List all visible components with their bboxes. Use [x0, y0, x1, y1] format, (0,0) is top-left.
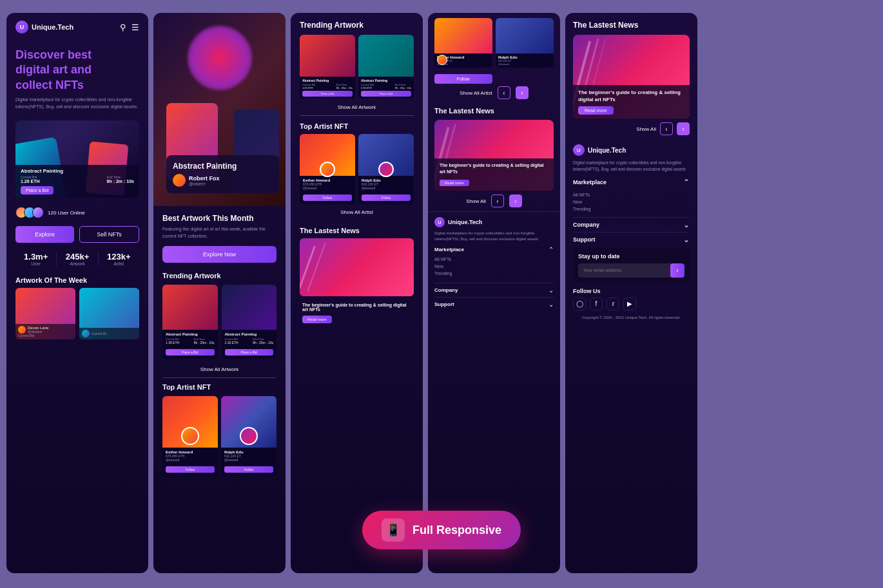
- email-input-row: ›: [578, 263, 684, 278]
- follow-button-2[interactable]: Follow: [224, 466, 273, 473]
- p4-logo-icon: U: [434, 217, 445, 227]
- email-submit-btn[interactable]: ›: [670, 263, 684, 278]
- facebook-icon[interactable]: f: [590, 298, 603, 310]
- p5-link-new[interactable]: New: [573, 198, 690, 205]
- p4-read-more-btn[interactable]: Read more: [440, 180, 469, 186]
- trend-img-2: [358, 35, 414, 77]
- p4-divider-1: [434, 283, 554, 283]
- trend-card-2: Abstract Painting Current Bid 2.26 ETH E…: [358, 35, 414, 99]
- logo-text: Unique.Tech: [32, 23, 73, 31]
- news-headline-p3: The beginner's guide to creating & selli…: [302, 303, 411, 312]
- artist-info-p3-2: Ralph Edu 610,126 ET @esward Follow: [358, 176, 414, 204]
- artist-info-p3-1: Esther Howard 678,456 ETH @esward Follow: [300, 176, 355, 204]
- p5-support-label: Support: [573, 236, 596, 243]
- p5-prev-btn[interactable]: ‹: [660, 122, 673, 135]
- trend-bid-2: 2.26 ETH: [361, 86, 374, 90]
- copyright: Copyright © 2020 - 2021 Unique.Tech. All…: [573, 316, 690, 319]
- p1-header: U Unique.Tech ⚲ ☰: [6, 13, 148, 41]
- user-avatars: [15, 207, 44, 218]
- p4-company-chevron: ⌄: [548, 287, 554, 294]
- thumb-info-1: Devon Lane @devlann Current Bid: [15, 324, 75, 339]
- responsive-badge: 📱 Full Responsive: [362, 511, 521, 549]
- bid-button-1[interactable]: Place a Bid: [166, 349, 215, 356]
- artist-title-p3: Top Artist NFT: [300, 122, 414, 130]
- trend-bid-btn-1[interactable]: Place a Bid: [302, 91, 353, 97]
- explore-button[interactable]: Explore: [15, 226, 74, 243]
- p4-next-btn-2[interactable]: ›: [509, 194, 522, 207]
- p2-desc: Featuring the digital art of art this we…: [162, 226, 277, 240]
- badge-icon: 📱: [382, 518, 405, 542]
- p4-support-label: Support: [434, 301, 454, 307]
- p5-news-title: The Lastest News: [565, 13, 697, 35]
- p5-read-more-btn[interactable]: Read more: [578, 106, 614, 115]
- instagram-icon[interactable]: ◯: [573, 298, 586, 310]
- p5-marketplace-row: Marketplace ⌃: [573, 178, 690, 187]
- youtube-icon[interactable]: ▶: [623, 298, 636, 310]
- explore-now-button[interactable]: Explore Now: [162, 246, 277, 263]
- bid-button-2[interactable]: Place a Bid: [225, 349, 274, 356]
- search-icon[interactable]: ⚲: [120, 23, 126, 32]
- artwork-grid-p2: Abstract Painting Current Bid 1.35 ETH E…: [162, 285, 277, 359]
- read-more-p3[interactable]: Read more: [302, 316, 332, 323]
- p4-link-new[interactable]: New: [434, 263, 554, 270]
- hero-section: Discover best digital art and collect NF…: [6, 41, 148, 115]
- p4-prev-btn-2[interactable]: ‹: [491, 194, 504, 207]
- p5-company-label: Company: [573, 222, 599, 228]
- artist-avatar-1: [181, 427, 199, 445]
- trend-bid-btn-2[interactable]: Place a Bid: [361, 91, 411, 97]
- p4-company-row: Company ⌄: [434, 287, 554, 294]
- email-input[interactable]: [578, 263, 670, 278]
- stay-up-section: Stay up to date ›: [573, 248, 690, 283]
- p4-show-all-row-2: Show All ‹ ›: [428, 191, 560, 211]
- place-bid-button[interactable]: Place a Bid: [21, 186, 53, 194]
- stat-artworks-label: Artwork: [57, 261, 97, 266]
- p4-show-all-text[interactable]: Show All Artist: [460, 90, 492, 96]
- sell-button[interactable]: Sell NFTs: [79, 226, 139, 243]
- p4-prev-btn[interactable]: ‹: [498, 86, 510, 99]
- follow-button-1[interactable]: Follow: [166, 466, 215, 473]
- p5-show-all[interactable]: Show All: [636, 126, 656, 132]
- menu-icon[interactable]: ☰: [131, 23, 139, 32]
- logo-icon: U: [15, 21, 28, 33]
- p4-news-title: The Lastest News: [428, 104, 560, 117]
- p4-next-btn[interactable]: ›: [516, 86, 529, 99]
- panel-3: Trending Artwork Abstract Painting Curre…: [291, 13, 423, 573]
- p4-marketplace-row: Marketplace ⌃: [434, 246, 554, 253]
- show-all-artist-p3[interactable]: Show All Artist: [300, 207, 414, 220]
- stat-users: 1.3m+ User: [15, 252, 57, 266]
- news-text-p3: The beginner's guide to creating & selli…: [300, 300, 414, 326]
- p4-news-img: The beginner's guide to creating & selli…: [434, 120, 554, 191]
- stat-users-num: 1.3m+: [15, 252, 56, 261]
- art-title-1: Abstract Painting: [166, 332, 215, 336]
- p4-footer: U Unique.Tech Digital marketplace for cr…: [428, 211, 560, 313]
- p3-follow-btn-2[interactable]: Follow: [362, 194, 411, 201]
- p4-support-row: Support ⌄: [434, 301, 554, 308]
- artist-avatar-p3-1: [320, 162, 335, 177]
- artwork-week-title: Artwork Of The Week: [6, 271, 148, 288]
- p5-link-allnfts[interactable]: All NFTs: [573, 191, 690, 198]
- p5-footer-name: Unique.Tech: [588, 147, 626, 154]
- p4-show-all-2[interactable]: Show All: [466, 198, 486, 204]
- p5-next-btn[interactable]: ›: [677, 122, 690, 135]
- p4-link-allnfts[interactable]: All NFTs: [434, 256, 554, 263]
- artist-img-2: [221, 396, 277, 448]
- artist-img-p3-1: [300, 134, 355, 176]
- trend-time-1: 8h : 25m : 10s: [336, 86, 353, 90]
- user-avatar-3: [32, 207, 44, 218]
- art-bid-row-2: Current Bid 2.26 ETH End Time 8h : 25m :…: [225, 337, 274, 345]
- logo: U Unique.Tech: [15, 21, 73, 33]
- artist-title-p2: Top Artist NFT: [162, 383, 277, 391]
- p3-follow-btn-1[interactable]: Follow: [303, 194, 352, 201]
- p4-link-trending[interactable]: Trending: [434, 270, 554, 277]
- p4-follow-btn[interactable]: Follow: [434, 74, 492, 84]
- show-all-p3[interactable]: Show All Artwork: [300, 102, 414, 116]
- show-all-artwork[interactable]: Show All Artwork: [162, 364, 277, 378]
- p5-news-overlay: The beginner's guide to creating & selli…: [573, 85, 690, 119]
- thumb-name-1: Devon Lane @devlann: [18, 326, 73, 334]
- p5-link-trending[interactable]: Trending: [573, 205, 690, 213]
- twitter-icon[interactable]: 𝕣: [606, 298, 619, 310]
- trend-bid-1: 1.35 ETH: [302, 86, 315, 90]
- artwork-card-1: Abstract Painting Current Bid 1.35 ETH E…: [162, 285, 218, 359]
- news-img-p3: [300, 238, 414, 296]
- p2-hero-img: Abstract Painting Robert Fox @oberrr: [153, 13, 286, 206]
